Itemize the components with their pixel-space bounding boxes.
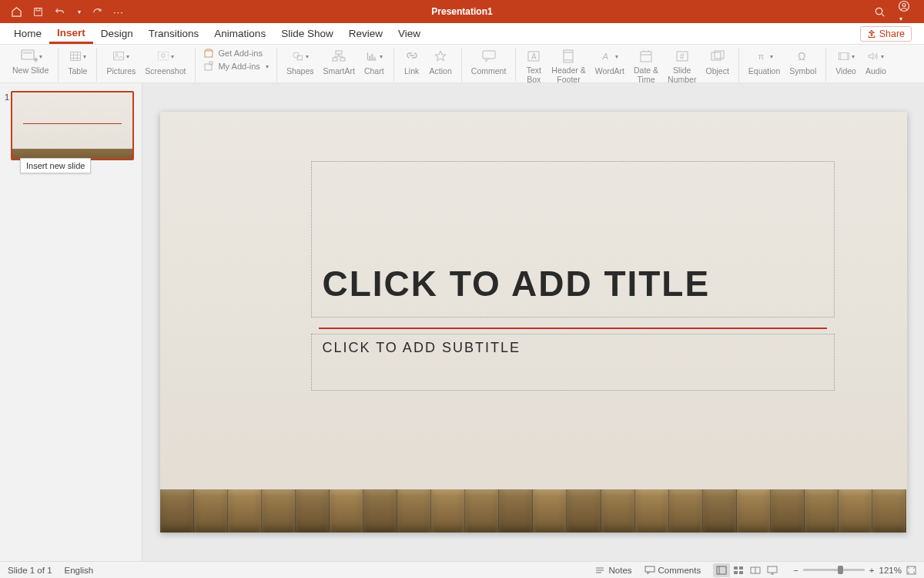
chart-button[interactable]: ▾Chart bbox=[360, 46, 389, 77]
svg-rect-44 bbox=[768, 566, 777, 573]
thumbnail-number: 1 bbox=[5, 92, 9, 102]
equation-button[interactable]: π▾Equation bbox=[744, 46, 785, 77]
tab-view[interactable]: View bbox=[390, 23, 428, 44]
tooltip: Insert new slide bbox=[20, 158, 91, 173]
svg-rect-42 bbox=[739, 571, 743, 574]
subtitle-placeholder-text: CLICK TO ADD SUBTITLE bbox=[323, 340, 521, 355]
status-bar: Slide 1 of 1 English Notes Comments − + … bbox=[0, 561, 924, 578]
smartart-button[interactable]: SmartArt bbox=[319, 46, 360, 77]
svg-rect-37 bbox=[645, 566, 654, 572]
normal-view-button[interactable] bbox=[713, 563, 730, 577]
subtitle-placeholder[interactable]: CLICK TO ADD SUBTITLE bbox=[311, 334, 835, 391]
slide-thumbnail-1[interactable] bbox=[11, 91, 134, 160]
svg-point-4 bbox=[902, 4, 906, 7]
svg-rect-9 bbox=[114, 52, 124, 59]
undo-icon[interactable] bbox=[54, 7, 65, 17]
svg-rect-6 bbox=[23, 52, 32, 54]
tab-design[interactable]: Design bbox=[93, 23, 141, 44]
view-mode-buttons bbox=[713, 563, 781, 577]
notes-button[interactable]: Notes bbox=[594, 566, 631, 575]
svg-rect-18 bbox=[336, 51, 342, 54]
svg-text:Ω: Ω bbox=[798, 50, 805, 62]
tab-bar: Home Insert Design Transitions Animation… bbox=[0, 23, 924, 45]
svg-text:#: # bbox=[680, 52, 685, 61]
slidenumber-button[interactable]: #Slide Number bbox=[663, 46, 701, 86]
svg-text:A: A bbox=[531, 52, 537, 61]
svg-point-12 bbox=[161, 54, 165, 58]
new-slide-button[interactable]: +▾ New Slide bbox=[8, 46, 53, 77]
account-icon[interactable]: ▾ bbox=[898, 0, 910, 23]
more-icon[interactable]: ··· bbox=[113, 6, 124, 18]
notes-icon bbox=[594, 566, 605, 575]
slide-counter[interactable]: Slide 1 of 1 bbox=[8, 566, 52, 575]
svg-rect-0 bbox=[35, 8, 42, 15]
reading-view-button[interactable] bbox=[747, 563, 764, 577]
my-addins-button[interactable]: My Add-ins▾ bbox=[203, 61, 268, 72]
sorter-view-button[interactable] bbox=[730, 563, 747, 577]
wordart-button[interactable]: A▾WordArt bbox=[591, 46, 629, 77]
tab-transitions[interactable]: Transitions bbox=[141, 23, 207, 44]
language-indicator[interactable]: English bbox=[65, 566, 94, 575]
svg-rect-27 bbox=[564, 50, 573, 62]
header-footer-button[interactable]: Header & Footer bbox=[547, 46, 590, 86]
svg-rect-1 bbox=[36, 8, 40, 10]
svg-text:+: + bbox=[34, 56, 38, 64]
svg-rect-29 bbox=[641, 52, 651, 62]
svg-rect-19 bbox=[333, 58, 337, 61]
link-button[interactable]: Link bbox=[399, 46, 425, 77]
screenshot-button[interactable]: ▾Screenshot bbox=[140, 46, 190, 77]
title-placeholder[interactable]: CLICK TO ADD TITLE bbox=[311, 161, 835, 318]
zoom-percent[interactable]: 121% bbox=[879, 566, 902, 575]
svg-rect-13 bbox=[205, 51, 213, 57]
svg-rect-39 bbox=[734, 566, 738, 570]
object-button[interactable]: Object bbox=[701, 46, 733, 77]
textbox-button[interactable]: AText Box bbox=[521, 46, 547, 86]
slide-thumbnail-panel: 1 Insert new slide bbox=[0, 83, 142, 561]
shapes-button[interactable]: ▾Shapes bbox=[282, 46, 319, 77]
svg-rect-17 bbox=[297, 55, 302, 60]
zoom-out-button[interactable]: − bbox=[793, 566, 798, 575]
accent-divider bbox=[319, 328, 827, 329]
addins-icon bbox=[203, 61, 214, 72]
pictures-button[interactable]: ▾Pictures bbox=[102, 46, 140, 77]
redo-icon[interactable] bbox=[92, 7, 102, 17]
svg-rect-11 bbox=[158, 52, 168, 59]
share-label: Share bbox=[879, 29, 905, 39]
home-icon[interactable] bbox=[11, 6, 22, 18]
symbol-button[interactable]: ΩSymbol bbox=[785, 46, 821, 77]
title-placeholder-text: CLICK TO ADD TITLE bbox=[323, 263, 711, 304]
zoom-slider[interactable] bbox=[803, 569, 865, 571]
slideshow-view-button[interactable] bbox=[764, 563, 781, 577]
svg-rect-8 bbox=[70, 52, 80, 60]
share-icon bbox=[867, 29, 876, 39]
action-button[interactable]: Action bbox=[425, 46, 457, 77]
slide-canvas-area: CLICK TO ADD TITLE CLICK TO ADD SUBTITLE bbox=[142, 83, 924, 561]
zoom-in-button[interactable]: + bbox=[869, 566, 875, 575]
tab-insert[interactable]: Insert bbox=[49, 23, 93, 44]
undo-dropdown-icon[interactable]: ▾ bbox=[78, 8, 81, 15]
tab-slideshow[interactable]: Slide Show bbox=[273, 23, 341, 44]
fit-window-button[interactable] bbox=[906, 566, 916, 575]
svg-text:π: π bbox=[758, 52, 764, 61]
video-button[interactable]: ▾Video bbox=[831, 46, 861, 77]
search-icon[interactable] bbox=[874, 6, 886, 18]
workspace: 1 Insert new slide CLICK TO ADD TITLE CL… bbox=[0, 83, 924, 561]
svg-rect-23 bbox=[373, 57, 375, 60]
audio-button[interactable]: ▾Audio bbox=[861, 46, 891, 77]
slide[interactable]: CLICK TO ADD TITLE CLICK TO ADD SUBTITLE bbox=[160, 112, 907, 533]
svg-rect-21 bbox=[369, 55, 370, 60]
table-button[interactable]: ▾Table bbox=[63, 46, 92, 77]
svg-rect-24 bbox=[483, 51, 495, 59]
svg-rect-22 bbox=[371, 54, 373, 60]
comments-button[interactable]: Comments bbox=[644, 566, 701, 575]
tab-home[interactable]: Home bbox=[6, 23, 49, 44]
ribbon: +▾ New Slide ▾Table ▾Pictures ▾Screensho… bbox=[0, 45, 924, 83]
title-bar: ▾ ··· Presentation1 ▾ bbox=[0, 0, 924, 23]
tab-animations[interactable]: Animations bbox=[206, 23, 273, 44]
comment-button[interactable]: Comment bbox=[467, 46, 511, 77]
save-icon[interactable] bbox=[33, 7, 43, 17]
share-button[interactable]: Share bbox=[860, 26, 912, 42]
get-addins-button[interactable]: Get Add-ins bbox=[203, 48, 268, 59]
tab-review[interactable]: Review bbox=[341, 23, 390, 44]
datetime-button[interactable]: Date & Time bbox=[629, 46, 663, 86]
